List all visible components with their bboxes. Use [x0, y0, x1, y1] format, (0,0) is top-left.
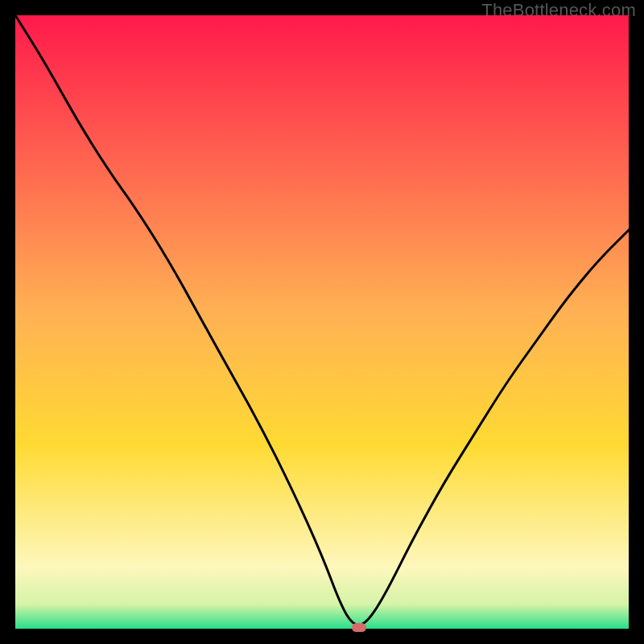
- gradient-background: [15, 15, 629, 629]
- plot-area: [15, 15, 629, 629]
- chart-frame: TheBottleneck.com: [0, 0, 644, 644]
- chart-svg: [15, 15, 629, 629]
- minimum-marker: [352, 623, 366, 632]
